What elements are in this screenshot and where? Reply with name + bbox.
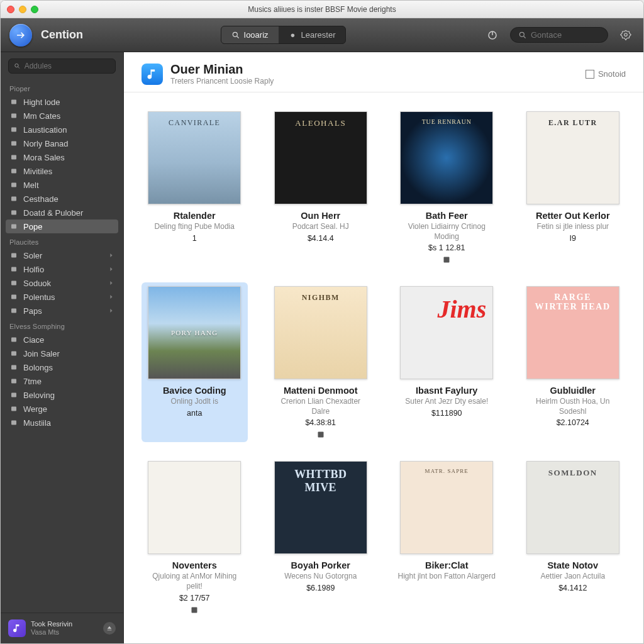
album-price: anta bbox=[187, 409, 202, 418]
svg-rect-33 bbox=[318, 432, 323, 438]
svg-rect-16 bbox=[11, 183, 16, 187]
album-card[interactable]: NIGHBMMatteni DenmootCrerion Llian Chexa… bbox=[268, 282, 374, 442]
sidebar-item[interactable]: Join Saler bbox=[1, 347, 123, 360]
sidebar-item[interactable]: Soler bbox=[1, 248, 123, 262]
dot-icon: ● bbox=[289, 31, 297, 40]
back-button[interactable] bbox=[9, 24, 32, 47]
album-card[interactable]: SOMLDONState NotovAettier Jaon Actuila$4… bbox=[520, 457, 626, 617]
sidebar-item[interactable]: Norly Banad bbox=[1, 136, 123, 150]
sidebar-item-label: Melt bbox=[23, 180, 39, 190]
album-card[interactable]: E.AR LUTRRetter Out KerlorFetin si jtle … bbox=[520, 108, 626, 267]
sidebar-item[interactable]: Pope bbox=[6, 219, 118, 233]
album-price: $4.1412 bbox=[558, 584, 587, 592]
minimize-window-button[interactable] bbox=[19, 6, 26, 13]
album-cover: PORY HANG bbox=[148, 286, 241, 379]
sidebar-item[interactable]: Bolongs bbox=[1, 360, 123, 374]
sidebar-item[interactable]: Mm Cates bbox=[1, 109, 123, 123]
eject-button[interactable] bbox=[103, 622, 116, 635]
segment-left[interactable]: Iooariz bbox=[221, 26, 279, 43]
sidebar-item[interactable]: Ciace bbox=[1, 333, 123, 347]
list-icon bbox=[9, 292, 18, 301]
sidebar-search-input[interactable] bbox=[25, 62, 110, 70]
album-cover bbox=[148, 461, 241, 554]
zoom-window-button[interactable] bbox=[31, 6, 38, 13]
svg-rect-29 bbox=[11, 393, 16, 397]
sidebar-item[interactable]: Paps bbox=[1, 304, 123, 318]
settings-button[interactable] bbox=[617, 26, 635, 44]
power-button[interactable] bbox=[484, 26, 501, 44]
sidebar-item[interactable]: Laustication bbox=[1, 123, 123, 136]
list-icon bbox=[9, 153, 18, 162]
sidebar-item[interactable]: Mustiila bbox=[1, 416, 123, 430]
sidebar-item[interactable]: Soduok bbox=[1, 276, 123, 290]
sidebar-item[interactable]: 7tme bbox=[1, 374, 123, 388]
list-icon bbox=[9, 194, 18, 203]
sidebar-section-title: Elvess Somphing bbox=[1, 318, 123, 333]
sidebar-item[interactable]: Beloving bbox=[1, 388, 123, 402]
sidebar-item[interactable]: Mora Sales bbox=[1, 150, 123, 164]
svg-rect-34 bbox=[192, 607, 197, 613]
svg-line-1 bbox=[236, 36, 238, 38]
avatar[interactable] bbox=[8, 619, 26, 637]
sidebar-footer: Took Resrivin Vasa Mts bbox=[1, 613, 123, 643]
album-card[interactable]: RARGE WIRTER HEADGubluidlerHeirlm Ousth … bbox=[520, 282, 626, 442]
toolbar-search-input[interactable] bbox=[531, 30, 600, 40]
album-cover: CANVIRALE bbox=[148, 111, 241, 204]
album-grid: CANVIRALERtalenderDeling fting Pube Modi… bbox=[124, 92, 643, 633]
svg-rect-28 bbox=[11, 379, 16, 384]
album-price: $2 17/57 bbox=[179, 594, 210, 602]
view-segmented-control[interactable]: Iooariz ● Learester bbox=[221, 26, 347, 44]
sidebar-item-label: Holfio bbox=[23, 265, 44, 274]
section-app-icon bbox=[142, 64, 163, 85]
sidebar-item-label: Doatd & Pulober bbox=[23, 208, 83, 218]
album-cover: MATR. SAPRE bbox=[400, 461, 493, 554]
svg-rect-19 bbox=[11, 225, 16, 229]
sidebar-item-label: 7tme bbox=[23, 377, 42, 386]
toolbar-search[interactable] bbox=[510, 27, 608, 43]
list-icon bbox=[9, 125, 18, 134]
sidebar-search[interactable] bbox=[8, 58, 116, 74]
album-card[interactable]: CANVIRALERtalenderDeling fting Pube Modi… bbox=[142, 108, 248, 267]
album-cover: TUE RENRAUN bbox=[400, 111, 493, 204]
content-pane: Ouer Minian Treters Priancent Loosie Rap… bbox=[124, 52, 643, 643]
svg-marker-6 bbox=[621, 30, 631, 40]
sidebar-item[interactable]: Doatd & Pulober bbox=[1, 206, 123, 219]
album-cover: RARGE WIRTER HEAD bbox=[526, 286, 619, 379]
sidebar-item-label: Mora Sales bbox=[23, 153, 65, 162]
sidebar-item[interactable]: Mivitiles bbox=[1, 164, 123, 178]
svg-rect-21 bbox=[11, 267, 16, 272]
chevron-right-icon bbox=[108, 306, 114, 316]
album-cover: ALEOHALS bbox=[274, 111, 367, 204]
explicit-icon bbox=[316, 430, 325, 438]
sidebar-item[interactable]: Hight lode bbox=[1, 95, 123, 109]
list-icon bbox=[9, 377, 18, 386]
album-price: $4.38:81 bbox=[305, 418, 336, 427]
album-card[interactable]: WHTTBD MIVEBoyah PorkerWecens Nu Gotorgn… bbox=[268, 457, 374, 617]
sidebar-item[interactable]: Holfio bbox=[1, 262, 123, 276]
album-cover: NIGHBM bbox=[274, 286, 367, 379]
list-icon bbox=[9, 418, 18, 427]
sidebar-item-label: Werge bbox=[23, 404, 47, 414]
album-card[interactable]: ALEOHALSOun HerrPodcart Seal. HJ$4.14.4 bbox=[268, 108, 374, 267]
album-card[interactable]: JimsIbasnt FaylurySuter Ant Jezr Dty esa… bbox=[394, 282, 500, 442]
segment-right-label: Learester bbox=[301, 30, 336, 40]
sidebar-item[interactable]: Cesthade bbox=[1, 192, 123, 206]
album-card[interactable]: MATR. SAPREBiker:ClatHight jlnt bon Fatt… bbox=[394, 457, 500, 617]
album-card[interactable]: NoventersQjuloing at AnMor Mihing pelit!… bbox=[142, 457, 248, 617]
segment-right[interactable]: ● Learester bbox=[279, 26, 346, 43]
album-title: Noventers bbox=[172, 560, 217, 570]
sidebar-item-label: Mustiila bbox=[23, 418, 51, 428]
close-window-button[interactable] bbox=[7, 6, 14, 13]
sidebar-section-title: Pioper bbox=[1, 80, 123, 95]
svg-point-4 bbox=[519, 32, 524, 36]
sidebar-item-label: Pope bbox=[23, 222, 42, 231]
titlebar: Musics aliiues is inster BBSF Movie deri… bbox=[1, 1, 643, 18]
content-header: Ouer Minian Treters Priancent Loosie Rap… bbox=[124, 52, 643, 92]
sidebar-item[interactable]: Melt bbox=[1, 178, 123, 192]
sidebar-item-label: Hight lode bbox=[23, 97, 60, 107]
sidebar-item[interactable]: Polentus bbox=[1, 290, 123, 304]
sidebar-item[interactable]: Werge bbox=[1, 402, 123, 416]
album-card[interactable]: PORY HANGBavice CodingOnling Jodlt isant… bbox=[142, 282, 248, 442]
header-action[interactable]: Snotoid bbox=[586, 69, 626, 79]
album-card[interactable]: TUE RENRAUNBath FeerViolen Lidiairny Crt… bbox=[394, 108, 500, 267]
